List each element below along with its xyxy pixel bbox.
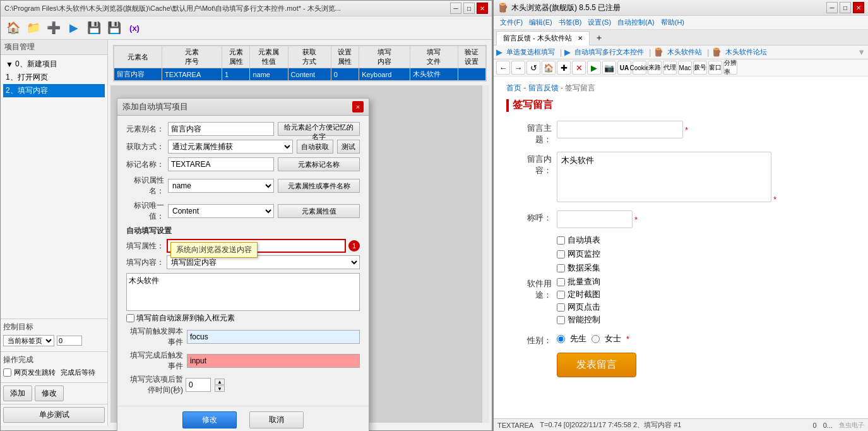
menu-auto-control[interactable]: 自动控制(A) <box>615 17 657 28</box>
menu-edit[interactable]: 编辑(E) <box>526 17 555 28</box>
auto-get-btn[interactable]: 自动获取 <box>297 140 333 154</box>
minimize-btn[interactable]: ─ <box>450 3 461 14</box>
cb-batch-query[interactable] <box>557 278 565 286</box>
status-right: T=0.74 [0]2022/11/17 7:45:58 2、填写内容 #1 <box>540 420 806 430</box>
before-event-input[interactable] <box>187 330 360 344</box>
pause-up-btn[interactable]: ▲ <box>215 379 225 385</box>
subject-input[interactable] <box>557 121 683 138</box>
close-btn[interactable]: ✕ <box>477 3 488 14</box>
tag-name-label: 标记名称： <box>126 159 164 170</box>
submit-btn[interactable]: 发表留言 <box>557 353 636 377</box>
alias-label: 元素别名： <box>126 124 164 135</box>
tab-close-btn[interactable]: ✕ <box>578 35 583 42</box>
nav-dial-btn[interactable]: 拨号 <box>693 61 707 75</box>
control-target-input[interactable] <box>57 336 82 346</box>
cb-web-click[interactable] <box>557 303 565 312</box>
tree-item-1[interactable]: 1、打开网页 <box>3 71 105 84</box>
tree-item-0[interactable]: ▼ 0、新建项目 <box>3 58 105 71</box>
browser-titlebar: 🪵 木头浏览器(旗舰版) 8.5.5 已注册 ─ □ ✕ <box>494 0 868 16</box>
fill-content-textarea[interactable]: 木头软件 <box>126 273 360 311</box>
cb-data-collect[interactable] <box>557 264 565 272</box>
tag-name-hint-btn[interactable]: 元素标记名称 <box>278 157 360 171</box>
tree-item-2[interactable]: 2、填写内容 <box>3 84 105 97</box>
nav-proxy-btn[interactable]: 代理 <box>663 61 677 75</box>
header-bar <box>506 99 509 112</box>
get-method-select[interactable]: 通过元素属性捕获 <box>168 140 293 154</box>
browser-maximize-btn[interactable]: □ <box>840 2 851 13</box>
fill-attr-badge: 1 <box>348 240 360 252</box>
step-test-button[interactable]: 单步测试 <box>3 407 105 423</box>
table-row[interactable]: 留言内容 TEXTAREA 1 name Content 0 Keyboard … <box>114 68 486 81</box>
modal-cancel-btn[interactable]: 取消 <box>249 411 304 428</box>
cb-smart-control[interactable] <box>557 316 565 324</box>
modal-close-btn[interactable]: × <box>352 101 364 112</box>
browser-minimize-btn[interactable]: ─ <box>826 2 838 13</box>
nav-go-btn[interactable]: ▶ <box>587 61 601 75</box>
nav-splitrate-btn[interactable]: 分辨率 <box>723 61 737 75</box>
th-fill-content: 填写内容 <box>359 46 410 68</box>
breadcrumb-home[interactable]: 首页 <box>506 83 521 92</box>
pause-down-btn[interactable]: ▼ <box>215 385 225 392</box>
tag-attr-hint-btn[interactable]: 元素属性或事件名称 <box>278 179 360 193</box>
tag-attr-select[interactable]: name <box>168 179 274 193</box>
content-textarea[interactable]: 木头软件 <box>557 152 771 202</box>
modal-modify-btn[interactable]: 修改 <box>182 411 237 428</box>
gender-female-radio[interactable] <box>592 335 600 343</box>
gender-required: * <box>626 334 629 344</box>
gender-male-radio[interactable] <box>557 335 565 343</box>
nav-back-btn[interactable]: ← <box>496 61 510 75</box>
nav-screenshot-btn[interactable]: 📷 <box>602 61 616 75</box>
icon-variable[interactable]: (x) <box>126 19 143 37</box>
icon-home[interactable]: 🏠 <box>4 19 22 37</box>
pause-row: 填写完该项后暂停时间(秒) ▲ ▼ <box>126 374 360 396</box>
add-button[interactable]: 添加 <box>3 385 32 401</box>
browser-tab-active[interactable]: 留言反馈 - 木头软件站 ✕ <box>496 31 590 46</box>
tag-val-hint-btn[interactable]: 元素属性值 <box>278 204 360 218</box>
browser-close-btn[interactable]: ✕ <box>853 2 864 13</box>
ops-checkbox[interactable] <box>3 368 11 377</box>
icon-save-as[interactable]: 💾 <box>105 19 123 37</box>
menu-file[interactable]: 文件(F) <box>497 17 525 28</box>
toolbar-link-4[interactable]: 木头软件论坛 <box>723 47 770 58</box>
tag-name-input[interactable] <box>168 157 274 171</box>
nav-home-btn[interactable]: 🏠 <box>542 61 556 75</box>
toolbar-play-icon[interactable]: ▶ <box>496 47 502 57</box>
alias-hint-btn[interactable]: 给元素起个方便记忆的名字 <box>278 122 360 136</box>
nav-add-btn[interactable]: ✚ <box>557 61 571 75</box>
modal-dialog: 添加自动填写项目 × 元素别名： 给元素起个方便记忆的名字 获取方式： 通过元素… <box>117 98 369 431</box>
main-toolbar: 🏠 📁 ➕ ▶ 💾 💾 (x) <box>1 16 492 40</box>
nav-mac-btn[interactable]: Mac <box>678 61 692 75</box>
menu-bookmark[interactable]: 书签(B) <box>556 17 585 28</box>
modify-button[interactable]: 修改 <box>35 385 64 401</box>
nav-refresh-btn[interactable]: ↺ <box>526 61 540 75</box>
scroll-checkbox[interactable] <box>126 314 134 322</box>
icon-save[interactable]: 💾 <box>85 19 103 37</box>
cb-web-monitor[interactable] <box>557 250 565 258</box>
pause-input[interactable] <box>186 378 211 392</box>
control-target-select[interactable]: 当前标签页 <box>3 335 54 346</box>
alias-input[interactable] <box>168 122 274 136</box>
icon-add[interactable]: ➕ <box>45 19 62 37</box>
cb-timed-screenshot[interactable] <box>557 291 565 299</box>
nav-forward-btn[interactable]: → <box>511 61 525 75</box>
name-input[interactable] <box>557 210 633 228</box>
after-event-input[interactable] <box>187 354 360 368</box>
breadcrumb-feedback[interactable]: 留言反馈 <box>528 83 559 92</box>
tab-add-btn[interactable]: ＋ <box>591 31 607 45</box>
test-btn[interactable]: 测试 <box>337 140 360 154</box>
nav-window-btn[interactable]: 窗口 <box>708 61 722 75</box>
menu-settings[interactable]: 设置(S) <box>585 17 614 28</box>
menu-help[interactable]: 帮助(H) <box>658 17 687 28</box>
nav-route-btn[interactable]: 来路 <box>648 61 662 75</box>
tag-val-select[interactable]: Content <box>168 204 274 218</box>
toolbar-link-1[interactable]: 单选复选框填写 <box>504 47 557 58</box>
icon-folder[interactable]: 📁 <box>25 19 42 37</box>
nav-stop-btn[interactable]: ✕ <box>572 61 586 75</box>
maximize-btn[interactable]: □ <box>463 3 475 14</box>
icon-run[interactable]: ▶ <box>65 19 83 37</box>
cb-auto-fill[interactable] <box>557 236 565 245</box>
toolbar-link-3[interactable]: 木头软件站 <box>665 47 705 58</box>
nav-cookie-btn[interactable]: Cookie <box>633 61 646 75</box>
toolbar-link-2[interactable]: 自动填写多行文本控件 <box>572 47 646 58</box>
browser-navrow: ← → ↺ 🏠 ✚ ✕ ▶ 📷 UA Cookie 来路 代理 Mac 拨号 窗… <box>494 59 868 76</box>
